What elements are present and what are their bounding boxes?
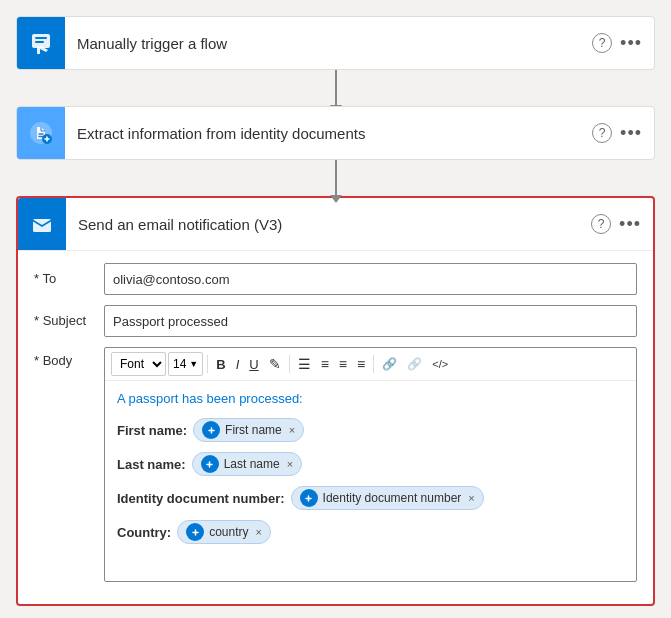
- subject-row: * Subject: [34, 305, 637, 337]
- email-actions: ? •••: [591, 214, 653, 235]
- bullet-list-button[interactable]: ☰: [294, 352, 315, 376]
- toolbar-divider-2: [289, 355, 290, 373]
- extract-title: Extract information from identity docume…: [77, 125, 365, 142]
- field-row-country: Country: country ×: [117, 520, 624, 544]
- field-row-lastname: Last name: Last name ×: [117, 452, 624, 476]
- country-label: Country:: [117, 525, 171, 540]
- font-size-arrow: ▼: [189, 359, 198, 369]
- idnumber-tag-text: Identity document number: [323, 491, 462, 505]
- pencil-button[interactable]: ✎: [265, 352, 285, 376]
- font-size-value: 14: [173, 357, 186, 371]
- extract-title-row: Extract information from identity docume…: [65, 107, 592, 159]
- font-select[interactable]: Font: [111, 352, 166, 376]
- link-button[interactable]: 🔗: [378, 352, 401, 376]
- trigger-help-button[interactable]: ?: [592, 33, 612, 53]
- code-button[interactable]: </>: [428, 352, 452, 376]
- toolbar-divider-3: [373, 355, 374, 373]
- email-icon: [18, 198, 66, 250]
- email-card-header: Send an email notification (V3) ? •••: [18, 198, 653, 251]
- email-more-button[interactable]: •••: [619, 214, 641, 235]
- email-card[interactable]: Send an email notification (V3) ? ••• * …: [16, 196, 655, 606]
- lastname-label: Last name:: [117, 457, 186, 472]
- subject-input[interactable]: [104, 305, 637, 337]
- extract-more-button[interactable]: •••: [620, 123, 642, 144]
- firstname-tag-icon: [202, 421, 220, 439]
- toolbar-divider-1: [207, 355, 208, 373]
- subject-label: * Subject: [34, 305, 104, 328]
- lastname-tag[interactable]: Last name ×: [192, 452, 302, 476]
- italic-button[interactable]: I: [232, 352, 244, 376]
- country-tag-icon: [186, 523, 204, 541]
- to-row: * To: [34, 263, 637, 295]
- extract-icon: [17, 107, 65, 159]
- idnumber-tag-close[interactable]: ×: [468, 492, 474, 504]
- extract-actions: ? •••: [592, 123, 654, 144]
- email-title: Send an email notification (V3): [78, 216, 282, 233]
- lastname-tag-close[interactable]: ×: [287, 458, 293, 470]
- editor-body[interactable]: A passport has been processed: First nam…: [105, 381, 636, 581]
- to-input[interactable]: [104, 263, 637, 295]
- trigger-more-button[interactable]: •••: [620, 33, 642, 54]
- country-tag-text: country: [209, 525, 248, 539]
- trigger-actions: ? •••: [592, 33, 654, 54]
- arrow-1: [335, 70, 337, 106]
- bold-button[interactable]: B: [212, 352, 229, 376]
- firstname-tag[interactable]: First name ×: [193, 418, 304, 442]
- underline-button[interactable]: U: [245, 352, 262, 376]
- idnumber-label: Identity document number:: [117, 491, 285, 506]
- align-right-button[interactable]: ≡: [353, 352, 369, 376]
- unlink-button[interactable]: 🔗: [403, 352, 426, 376]
- arrow-2: [335, 160, 337, 196]
- idnumber-tag[interactable]: Identity document number ×: [291, 486, 484, 510]
- extract-card[interactable]: Extract information from identity docume…: [16, 106, 655, 160]
- field-row-idnumber: Identity document number: Identity docum…: [117, 486, 624, 510]
- firstname-tag-close[interactable]: ×: [289, 424, 295, 436]
- email-title-row: Send an email notification (V3): [66, 198, 591, 250]
- idnumber-tag-icon: [300, 489, 318, 507]
- body-label: * Body: [34, 347, 104, 368]
- to-label: * To: [34, 263, 104, 286]
- trigger-title-row: Manually trigger a flow: [65, 17, 592, 69]
- lastname-tag-text: Last name: [224, 457, 280, 471]
- body-row: * Body Font 14 ▼ B I U: [34, 347, 637, 582]
- trigger-card[interactable]: Manually trigger a flow ? •••: [16, 16, 655, 70]
- country-tag[interactable]: country ×: [177, 520, 271, 544]
- ordered-list-button[interactable]: ≡: [317, 352, 333, 376]
- firstname-tag-text: First name: [225, 423, 282, 437]
- flow-canvas: Manually trigger a flow ? ••• Extract in…: [16, 16, 655, 606]
- field-row-firstname: First name: First name ×: [117, 418, 624, 442]
- editor-intro-text: A passport has been processed:: [117, 391, 624, 406]
- trigger-title: Manually trigger a flow: [77, 35, 227, 52]
- firstname-label: First name:: [117, 423, 187, 438]
- email-help-button[interactable]: ?: [591, 214, 611, 234]
- extract-help-button[interactable]: ?: [592, 123, 612, 143]
- email-form: * To * Subject * Body Font: [18, 251, 653, 604]
- align-left-button[interactable]: ≡: [335, 352, 351, 376]
- editor-toolbar: Font 14 ▼ B I U ✎ ☰ ≡ ≡: [105, 348, 636, 381]
- body-editor[interactable]: Font 14 ▼ B I U ✎ ☰ ≡ ≡: [104, 347, 637, 582]
- trigger-icon: [17, 17, 65, 69]
- font-size-selector[interactable]: 14 ▼: [168, 352, 203, 376]
- lastname-tag-icon: [201, 455, 219, 473]
- country-tag-close[interactable]: ×: [256, 526, 262, 538]
